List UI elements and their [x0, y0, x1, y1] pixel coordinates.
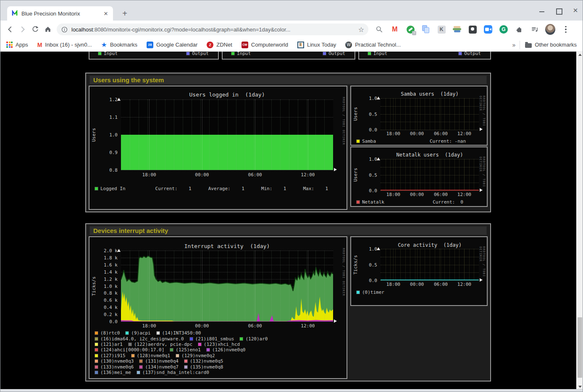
books-stack-extension-icon[interactable]	[452, 24, 462, 34]
y-tick-label: 1.2	[89, 97, 118, 102]
profile-avatar[interactable]	[545, 24, 555, 34]
page-info-icon[interactable]	[61, 26, 68, 33]
legend-label: (133)nvme0q6	[100, 364, 134, 370]
scrollbar-thumb[interactable]	[578, 317, 582, 378]
new-tab-button[interactable]: +	[120, 9, 130, 19]
home-icon[interactable]	[42, 23, 54, 36]
bookmarks-overflow-chevron[interactable]: »	[512, 42, 516, 48]
window-minimize-icon[interactable]	[539, 8, 545, 13]
forward-icon[interactable]	[16, 23, 29, 36]
samba-users-graph[interactable]: Samba users (1day)Users1.00.50.018:0000:…	[350, 86, 488, 146]
section-users-header: Users using the system	[89, 76, 487, 84]
grammarly-extension-icon[interactable]: G	[499, 24, 509, 34]
bookmark-star-icon[interactable]: ☆	[358, 26, 364, 34]
scrollbar	[576, 52, 583, 390]
window-maximize-icon[interactable]	[556, 8, 562, 13]
bookmark-zdnet[interactable]: Z ZDNet	[207, 42, 232, 48]
bookmark-bookmarks[interactable]: ★ Bookmarks	[101, 42, 137, 48]
rrdtool-watermark: RRDTOOL / TOBI OETIKER	[479, 157, 486, 193]
window-close-icon[interactable]: ✕	[572, 8, 578, 13]
extensions-puzzle-icon[interactable]	[514, 24, 524, 34]
legend-item: (123)xhci_hcd	[198, 342, 240, 347]
chart-title: Core activity (1day)	[381, 242, 479, 248]
toolbar: localhost:8080/monitorix-cgi/monitorix.c…	[0, 21, 583, 38]
x-tick-label: 06:00	[246, 323, 264, 329]
grid-line-vertical	[454, 98, 455, 130]
bookmark-computerworld[interactable]: CW Computerworld	[242, 42, 288, 48]
other-bookmarks[interactable]: Other bookmarks	[525, 42, 577, 48]
playlist-extension-icon[interactable]	[530, 24, 540, 34]
x-tick-label: 00:00	[193, 172, 211, 178]
netatalk-users-graph[interactable]: Netatalk users (1day)Users1.00.50.018:00…	[350, 146, 488, 207]
partial-graph-box-3[interactable]: Input Output	[358, 52, 491, 60]
grid-line-vertical-major	[464, 98, 465, 130]
apps-grid-icon	[6, 42, 13, 48]
gmail-extension-icon[interactable]: M	[390, 24, 400, 34]
core-activity-graph[interactable]: Core activity (1day)Ticks/s1.00.50.018:0…	[350, 236, 488, 306]
back-icon[interactable]	[4, 23, 16, 36]
grid-line-vertical	[449, 159, 450, 191]
output-swatch	[323, 52, 326, 55]
grid-line-vertical	[139, 99, 139, 170]
grid-line-vertical	[390, 98, 391, 130]
bookmark-inbox[interactable]: M Inbox (16) - sjvn0...	[37, 42, 92, 48]
grid-line-vertical	[410, 159, 410, 191]
grid-line-vertical-major	[149, 251, 150, 321]
legend-swatch	[356, 139, 360, 143]
k-extension-icon[interactable]: K	[436, 24, 446, 34]
grid-line-vertical	[165, 251, 165, 321]
grid-line-vertical	[439, 98, 440, 130]
chrome-menu-icon[interactable]	[561, 24, 571, 34]
y-tick-label: 1.8 k	[89, 255, 118, 261]
bookmark-practical-technology[interactable]: W Practical Technol...	[345, 42, 401, 48]
legend-item: (0)timer	[356, 290, 384, 295]
grid-line-vertical	[469, 159, 470, 191]
copy-pages-extension-icon[interactable]	[421, 24, 431, 34]
bookmark-linux-today[interactable]: lt Linux Today	[297, 42, 336, 48]
legend-row: Netatalk	[356, 199, 390, 205]
grid-line-vertical	[236, 251, 236, 321]
grid-line-vertical	[130, 99, 130, 170]
grid-line-vertical	[245, 251, 245, 321]
grid-line-vertical	[395, 249, 396, 280]
gmail-icon: M	[37, 42, 42, 48]
search-extension-icon[interactable]	[374, 24, 384, 34]
legend-stat: Max: 1	[303, 186, 328, 191]
grid-line-vertical	[474, 98, 474, 130]
grid-line-vertical	[263, 251, 263, 321]
tab-close-icon[interactable]: ✕	[102, 10, 110, 17]
partial-graph-box-1[interactable]: Input Output	[89, 52, 219, 60]
x-tick-label: 12:00	[455, 131, 473, 136]
rrdtool-watermark: RRDTOOL / TOBI OETIKER	[342, 248, 345, 324]
y-tick-label: 1.1	[89, 115, 118, 120]
chart-plot-area	[121, 99, 333, 170]
interrupt-activity-graph[interactable]: Interrupt activity (1day)Ticks/s2.0 k1.8…	[89, 236, 347, 379]
y-axis-arrow-icon	[377, 97, 380, 99]
partial-graph-box-2[interactable]: Input Output	[222, 52, 355, 60]
apps-launcher[interactable]: Apps	[6, 42, 28, 48]
grid-line-horizontal	[121, 170, 333, 170]
x-tick-label: 06:00	[431, 192, 450, 197]
users-logged-in-graph[interactable]: Users logged in (1day)Users1.21.11.00.90…	[89, 86, 347, 210]
grid-line-vertical	[218, 99, 218, 170]
y-tick-label: 0.0	[351, 278, 377, 283]
legend-item: (8)rtc0	[95, 330, 120, 336]
grid-line-vertical-major	[202, 99, 202, 170]
grid-line-vertical	[459, 249, 460, 280]
address-bar[interactable]: localhost:8080/monitorix-cgi/monitorix.c…	[57, 24, 368, 35]
bookmark-google-calendar[interactable]: 28 Google Calendar	[147, 42, 197, 48]
scroll-up-icon[interactable]	[577, 52, 583, 58]
x-tick-label: 18:00	[384, 282, 402, 287]
grid-line-horizontal	[381, 191, 479, 191]
grid-line-vertical	[474, 249, 474, 280]
reload-icon[interactable]	[29, 23, 42, 36]
legend-swatch	[170, 348, 173, 352]
grid-line-vertical-major	[464, 159, 465, 191]
phone-help-extension-icon[interactable]: ?	[405, 24, 415, 34]
zoom-camera-extension-icon[interactable]	[483, 24, 493, 34]
apps-label: Apps	[16, 42, 28, 48]
legend-item: Netatalk	[356, 199, 384, 205]
browser-tab[interactable]: Blue Precision Monitorix ✕	[7, 6, 113, 21]
rrdtool-watermark: RRDTOOL / TOBI OETIKER	[342, 97, 345, 172]
lamp-extension-icon[interactable]	[467, 24, 478, 34]
